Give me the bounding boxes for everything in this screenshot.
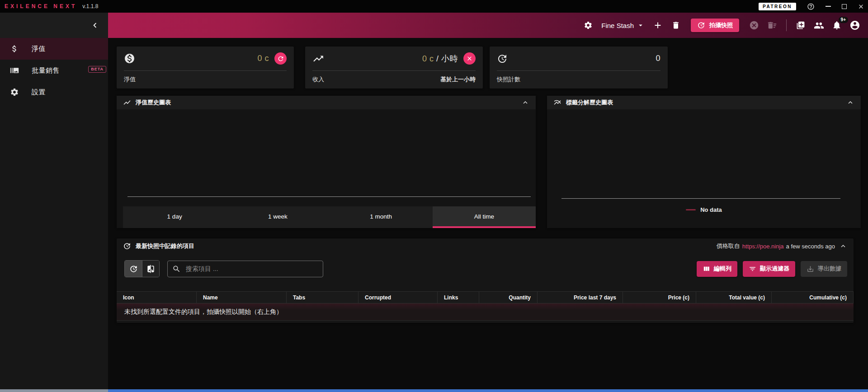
sidebar-item-net-worth[interactable]: 淨值 [0,38,108,60]
latest-snapshot-toggle[interactable] [125,261,142,277]
maximize-icon [842,4,847,9]
minimize-button[interactable] [826,6,831,7]
gear-icon [10,88,19,97]
collapse-sidebar-button[interactable] [90,20,100,30]
tab-1-day[interactable]: 1 day [123,206,226,228]
group-button[interactable] [812,19,826,32]
close-button[interactable] [858,3,864,10]
edit-columns-label: 編輯列 [714,265,731,273]
column-header-quantity[interactable]: Quantity [479,292,538,303]
export-data-label: 導出數據 [818,265,841,273]
patreon-button[interactable]: PATREON [759,3,796,10]
tab-breakdown-chart-title: 標籤分解歷史圖表 [566,98,613,107]
profile-selector[interactable]: Fine Stash [601,21,645,29]
x-axis [561,198,840,199]
compare-snapshots-toggle[interactable] [142,261,159,277]
taskbar-edge-right [108,389,868,392]
add-profile-button[interactable] [651,19,665,32]
items-panel: 最新快照中記錄的項目 價格取自 https://poe.ninja a few … [117,238,854,323]
column-header-price[interactable]: Price (c) [623,292,696,303]
clear-snapshots-icon [765,19,779,32]
cancel-snapshot-icon [747,19,761,32]
search-input[interactable] [185,265,318,273]
sidebar-item-bulk-sell[interactable]: 批量銷售 BETA [0,60,108,81]
update-icon [497,53,508,64]
snapshot-update-icon [697,21,705,29]
sidebar-item-label: 淨值 [32,45,46,53]
column-header-cumulative[interactable]: Cumulative (c) [772,292,854,303]
table-header-row: Icon Name Tabs Corrupted Links Quantity … [117,291,854,303]
burst-mode-icon [10,66,19,75]
take-snapshot-label: 拍攝快照 [709,21,733,29]
view-mode-toggle [124,260,160,277]
snapshot-count-value: 0 [656,54,660,63]
net-worth-value: 0 c [257,54,269,63]
tab-breakdown-chart-plot: No data [547,109,861,228]
tab-1-week[interactable]: 1 week [226,206,329,228]
delete-profile-button[interactable] [669,19,683,32]
income-value: 0 c [422,54,434,63]
tab-all-time[interactable]: All time [433,206,536,228]
empty-table-message: 未找到所選配置文件的項目，拍攝快照以開始（右上角） [117,303,854,321]
column-header-icon[interactable]: Icon [117,292,197,303]
beta-badge: BETA [88,66,106,73]
notification-badge: 9+ [839,17,848,23]
column-header-total-value[interactable]: Total value (c) [696,292,772,303]
download-icon [807,265,814,273]
net-worth-card: 0 c 淨值 [117,47,294,89]
reset-income-button[interactable] [463,52,476,65]
collapse-items-icon[interactable] [839,242,847,250]
sidebar-item-label: 設置 [32,88,46,97]
income-card-sublabel: 基於上一小時 [440,75,476,84]
column-header-corrupted[interactable]: Corrupted [359,292,438,303]
stash-tabs-button[interactable] [794,19,807,32]
show-filters-button[interactable]: 顯示過濾器 [743,261,795,277]
search-icon [172,265,181,273]
trending-up-icon [312,53,324,65]
price-source-prefix: 價格取自 [717,242,740,250]
export-data-button: 導出數據 [801,261,847,277]
minimize-icon [826,6,831,7]
refresh-net-worth-button[interactable] [274,52,287,65]
monetization-icon [124,53,135,64]
collapse-chart-icon[interactable] [521,98,529,107]
column-header-links[interactable]: Links [438,292,479,303]
net-worth-chart-title: 淨值歷史圖表 [136,98,171,107]
appbar: Fine Stash 拍攝快照 [108,13,868,38]
view-column-icon [703,265,710,273]
sidebar-item-settings[interactable]: 設置 [0,81,108,103]
update-icon [123,242,131,250]
x-axis [127,196,531,197]
maximize-button[interactable] [842,4,847,9]
income-suffix: / 小時 [436,54,458,63]
net-worth-chart-panel: 淨值歷史圖表 1 day 1 week 1 month All time [117,96,536,228]
notifications-button[interactable]: 9+ [830,19,844,32]
take-snapshot-button[interactable]: 拍攝快照 [691,19,739,32]
sidebar-item-label: 批量銷售 [32,66,60,75]
items-section-title: 最新快照中記錄的項目 [136,242,194,250]
items-controls: 編輯列 顯示過濾器 導出數據 [124,260,847,278]
help-icon[interactable] [807,3,815,10]
account-button[interactable] [848,19,862,32]
items-table: Icon Name Tabs Corrupted Links Quantity … [117,291,854,321]
column-header-tabs[interactable]: Tabs [287,292,359,303]
column-header-name[interactable]: Name [197,292,287,303]
search-field[interactable] [167,261,323,277]
net-worth-chart-plot: 1 day 1 week 1 month All time [117,109,536,228]
attach-money-icon [10,44,19,53]
profile-settings-gear-icon[interactable] [581,19,595,32]
drawer-header [0,13,108,38]
app-logo: EXILENCE NEXT [5,3,77,9]
income-card: 0 c / 小時 收入 基於上一小時 [305,47,483,89]
chevron-down-icon [637,21,645,29]
tab-breakdown-chart-panel: 標籤分解歷史圖表 No data [547,96,861,228]
collapse-chart-icon[interactable] [846,98,854,107]
time-range-tabs: 1 day 1 week 1 month All time [123,206,536,228]
tab-1-month[interactable]: 1 month [330,206,433,228]
column-header-price-last-7-days[interactable]: Price last 7 days [538,292,623,303]
edit-columns-button[interactable]: 編輯列 [697,261,737,277]
legend-dash-icon [686,209,696,210]
multiline-chart-icon [553,98,561,107]
price-source-link[interactable]: https://poe.ninja [742,243,784,250]
toolbar-divider [786,19,787,31]
